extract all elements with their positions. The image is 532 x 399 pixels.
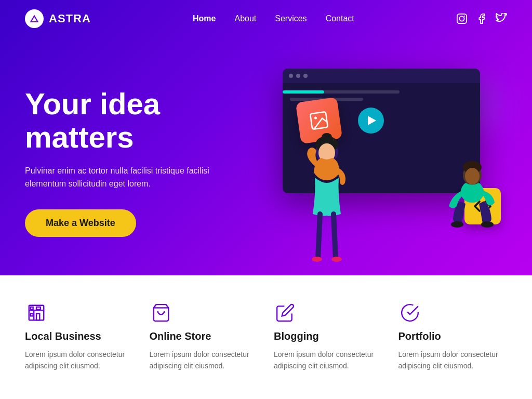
service-desc-portfolio: Lorem ipsum dolor consectetur adipiscing… [398,349,508,372]
nav-link-home[interactable]: Home [193,14,216,23]
svg-point-16 [451,221,463,228]
svg-rect-22 [36,307,41,310]
svg-point-17 [481,221,494,228]
hero-content: Your idea matters Pulvinar enim ac torto… [0,37,532,266]
service-card-portfolio: Portfolio Lorem ipsum dolor consectetur … [398,301,508,372]
hero-text: Your idea matters Pulvinar enim ac torto… [25,87,266,237]
svg-rect-19 [36,314,39,321]
play-button [358,108,384,134]
service-desc-online-store: Lorem ipsum dolor consectetur adipiscing… [150,349,259,372]
hero-title: Your idea matters [25,87,266,154]
svg-rect-21 [31,307,33,310]
service-card-blogging: Blogging Lorem ipsum dolor consectetur a… [274,301,383,372]
brand-name: ASTRA [49,12,91,25]
svg-point-4 [464,16,465,17]
cta-button[interactable]: Make a Website [25,209,136,237]
browser-dot-1 [289,74,293,78]
illustration-container [267,58,506,266]
facebook-icon[interactable] [476,13,487,24]
nav-link-contact[interactable]: Contact [326,14,354,23]
nav-links: Home About Services Contact [193,14,354,23]
logo-icon [25,9,44,28]
service-title-blogging: Blogging [274,330,383,342]
service-desc-blogging: Lorem ipsum dolor consectetur adipiscing… [274,349,383,372]
edit-icon [274,301,297,324]
svg-point-11 [312,257,322,262]
navigation: ASTRA Home About Services Contact [0,0,532,37]
service-title-online-store: Online Store [150,330,259,342]
nav-link-about[interactable]: About [234,14,256,23]
svg-rect-2 [457,14,467,23]
shopping-bag-icon [150,301,172,324]
hero-subtitle: Pulvinar enim ac tortor nulla facilisi t… [25,164,212,191]
service-card-online-store: Online Store Lorem ipsum dolor consectet… [150,301,259,372]
nav-link-services[interactable]: Services [275,14,307,23]
building-icon [25,301,48,324]
checkmark-circle-icon [398,301,421,324]
svg-point-9 [322,133,332,141]
person1-illustration [293,121,361,266]
service-desc-local-business: Lorem ipsum dolor consectetur adipiscing… [25,349,134,372]
twitter-icon[interactable] [496,13,507,24]
svg-point-6 [314,116,317,119]
teal-accent-bar [283,90,324,94]
browser-dot-2 [296,74,300,78]
instagram-icon[interactable] [456,13,468,24]
person2-illustration [438,152,506,266]
browser-bar [283,69,480,83]
hero-illustration [266,58,507,266]
services-section: Local Business Lorem ipsum dolor consect… [0,275,532,398]
service-title-portfolio: Portfolio [398,330,508,342]
social-links [456,13,507,24]
svg-point-15 [465,168,480,184]
play-triangle-icon [368,116,376,125]
brand-logo[interactable]: ASTRA [25,9,91,28]
browser-dot-3 [303,74,308,78]
hero-section: ASTRA Home About Services Contact [0,0,532,275]
service-card-local-business: Local Business Lorem ipsum dolor consect… [25,301,134,372]
svg-point-12 [331,257,342,262]
svg-rect-20 [31,314,33,316]
service-title-local-business: Local Business [25,330,134,342]
svg-point-3 [459,16,464,21]
